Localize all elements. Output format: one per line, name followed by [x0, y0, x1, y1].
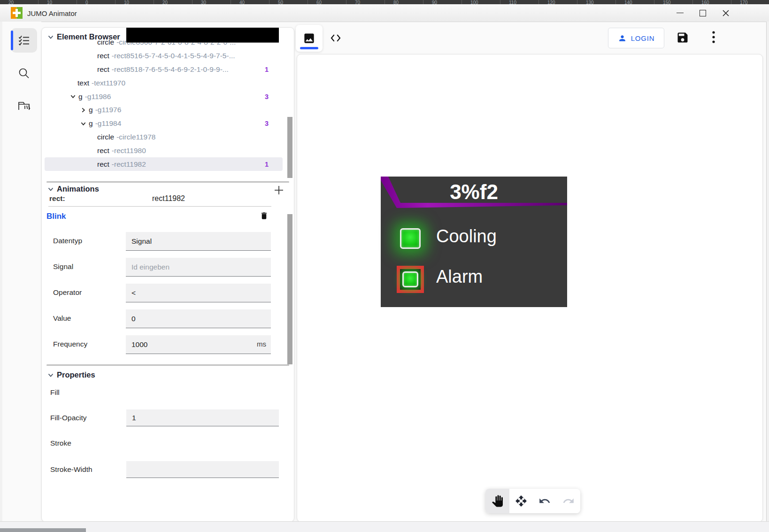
maximize-button[interactable] — [692, 4, 714, 22]
cooling-label[interactable]: Cooling — [436, 226, 497, 247]
tab-code-view[interactable] — [328, 31, 344, 45]
minimize-button[interactable] — [669, 4, 691, 22]
undo-button[interactable] — [533, 489, 557, 513]
person-icon — [618, 34, 627, 43]
save-icon — [676, 31, 689, 44]
login-button-label: LOGIN — [631, 34, 655, 42]
animation-target-value: rect11982 — [112, 194, 225, 203]
move-tool-button[interactable] — [509, 489, 533, 513]
field-label: Frequency — [53, 340, 87, 348]
move-icon — [515, 495, 527, 507]
library-folder-icon — [17, 100, 31, 112]
add-animation-button[interactable] — [273, 185, 285, 196]
section-divider — [46, 364, 289, 366]
section-divider — [46, 181, 289, 183]
alarm-led-background — [400, 269, 421, 290]
close-button[interactable] — [715, 4, 737, 22]
animations-header[interactable]: Animations — [47, 185, 99, 193]
animation-target-label: rect: — [49, 194, 65, 203]
active-tab-indicator — [300, 47, 318, 49]
field-label: Value — [53, 314, 71, 323]
tree-row[interactable]: circle -circle11978 — [45, 131, 283, 144]
property-label: Stroke-Width — [50, 465, 92, 474]
tree-row-selected[interactable]: rect -rect11982 1 — [45, 157, 283, 171]
chevron-down-icon — [47, 186, 54, 193]
tree-row[interactable]: g -g11986 3 — [45, 90, 283, 103]
hand-pan-icon — [492, 495, 503, 507]
drawing-canvas[interactable]: 3%f2 Cooling Alarm — [297, 54, 763, 522]
window-title: JUMO Animator — [27, 9, 77, 17]
alarm-red-frame[interactable] — [397, 266, 424, 293]
field-label: Signal — [53, 262, 73, 271]
chevron-down-icon — [47, 34, 54, 40]
window-bottom-strip — [0, 521, 769, 532]
signal-id-input[interactable] — [126, 258, 271, 277]
window-border-right — [766, 22, 769, 521]
redo-button[interactable] — [557, 489, 581, 513]
property-label: Fill-Opacity — [50, 414, 87, 422]
value-input[interactable] — [126, 309, 271, 328]
undo-icon — [538, 495, 551, 507]
element-tree: circle -circle8506-7-2-61-0-8-2-4-8-2-2-… — [42, 40, 287, 181]
background-ruler: 2010 010 2030 4050 6070 8090 100110 1201… — [0, 0, 769, 4]
tab-design-view[interactable] — [296, 25, 323, 52]
frequency-input[interactable] — [126, 335, 271, 354]
canvas-toolbar — [485, 489, 580, 513]
widget-title[interactable]: 3%f2 — [381, 180, 567, 204]
tree-row[interactable]: g -g11984 3 — [45, 117, 283, 131]
image-icon — [303, 32, 315, 45]
rail-item-elements[interactable] — [11, 28, 37, 53]
stroke-width-input[interactable] — [126, 461, 279, 478]
title-bar: JUMO Animator — [0, 4, 769, 22]
trash-icon — [260, 211, 269, 221]
plus-icon — [274, 185, 284, 195]
field-label: Datentyp — [53, 237, 82, 245]
rail-item-search[interactable] — [11, 61, 37, 85]
divider — [48, 206, 271, 207]
animation-name-link[interactable]: Blink — [46, 212, 66, 221]
left-rail — [2, 22, 41, 521]
property-label: Stroke — [50, 439, 71, 447]
background-edge-block — [0, 528, 86, 532]
cooling-led-indicator[interactable] — [400, 228, 421, 249]
tree-row[interactable]: g -g11976 — [45, 103, 283, 117]
alarm-label[interactable]: Alarm — [436, 267, 483, 287]
tree-row[interactable]: rect -rect11980 — [45, 144, 283, 157]
checklist-icon — [18, 34, 30, 46]
datentyp-input[interactable] — [126, 232, 271, 251]
panel-scrollbar-thumb[interactable] — [287, 214, 292, 364]
properties-header[interactable]: Properties — [47, 370, 95, 379]
chevron-down-icon — [47, 372, 54, 378]
field-label: Operator — [53, 288, 82, 297]
pan-tool-button[interactable] — [485, 489, 509, 513]
frequency-unit: ms — [257, 340, 266, 348]
chevron-right-icon[interactable] — [80, 107, 86, 113]
chevron-down-icon[interactable] — [80, 121, 86, 127]
property-label: Fill — [50, 388, 60, 397]
redo-icon — [562, 495, 575, 507]
tree-scrollbar-thumb[interactable] — [287, 117, 292, 178]
save-button[interactable] — [676, 31, 689, 44]
fill-opacity-input[interactable] — [126, 409, 279, 426]
alarm-led-indicator[interactable] — [402, 271, 418, 287]
tree-row[interactable]: text -text11970 — [45, 76, 283, 90]
delete-animation-button[interactable] — [260, 211, 269, 221]
tree-row[interactable]: rect -rect8516-5-7-4-5-0-4-1-5-5-4-9-7-5… — [45, 49, 283, 63]
jumo-plus-icon — [11, 7, 23, 19]
search-icon — [18, 67, 30, 79]
code-icon — [329, 32, 343, 44]
chevron-down-icon[interactable] — [70, 93, 76, 100]
overflow-menu-button[interactable] — [707, 29, 720, 45]
tree-row[interactable]: rect -rect8518-7-6-5-5-4-6-9-2-1-0-9-9-.… — [45, 63, 283, 77]
stroke-color-swatch[interactable] — [126, 28, 279, 43]
login-button[interactable]: LOGIN — [608, 28, 664, 48]
inspector-panel: Element Browser circle -circle8506-7-2-6… — [41, 27, 294, 522]
rail-item-library[interactable] — [11, 94, 37, 118]
svg-widget-panel[interactable]: 3%f2 Cooling Alarm — [381, 177, 567, 307]
operator-input[interactable] — [126, 284, 271, 302]
kebab-menu-icon — [712, 31, 715, 44]
